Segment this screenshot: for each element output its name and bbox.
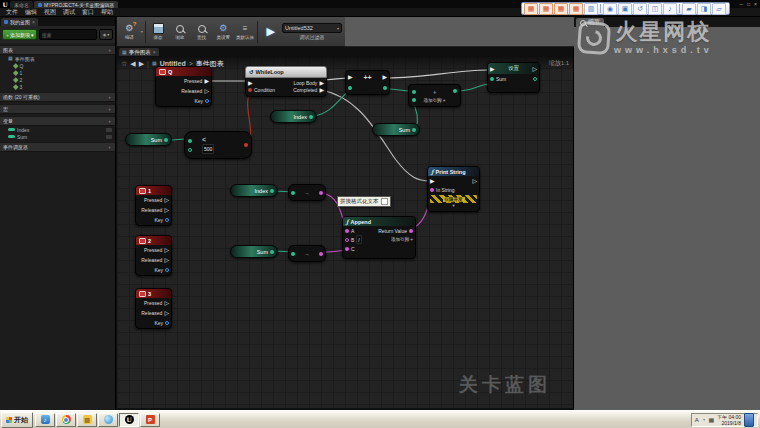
broadcast-tool-icon[interactable]: ▥ xyxy=(584,3,598,15)
taskbar-app-file-manager[interactable]: ▨ xyxy=(77,413,97,427)
tree-item-event-2[interactable]: 2 xyxy=(0,76,115,83)
projector-icon[interactable]: ▱ xyxy=(712,3,726,15)
node-key-event-3[interactable]: 3 Pressed▷ Released▷ Key xyxy=(135,288,172,329)
compile-button[interactable]: ⚙? 编译 xyxy=(119,23,140,40)
data-pin-out[interactable] xyxy=(319,252,323,256)
browse-button[interactable]: 浏览 xyxy=(169,23,190,40)
data-pin-out[interactable] xyxy=(319,191,323,195)
section-graphs[interactable]: 图表 ＋ xyxy=(0,45,115,55)
node-key-event-q[interactable]: Q Pressed▶ Released▷ Key xyxy=(155,66,212,107)
compass-icon[interactable]: ◉ xyxy=(603,3,617,15)
broadcast-tool-icon[interactable]: ▦ xyxy=(524,3,538,15)
broadcast-tool-icon[interactable]: ▦ xyxy=(554,3,568,15)
input-method-icon[interactable]: A xyxy=(695,417,699,423)
data-pin-in[interactable] xyxy=(345,247,349,251)
tray-icon[interactable]: ▦ xyxy=(708,417,714,423)
show-desktop-button[interactable] xyxy=(744,413,754,427)
tab-details[interactable]: 细节 xyxy=(576,18,604,27)
data-pin-in[interactable] xyxy=(188,148,192,152)
section-macros[interactable]: 宏 ＋ xyxy=(0,104,115,114)
taskbar-app-unreal[interactable]: U xyxy=(119,413,139,427)
monitor-swap-icon[interactable]: ◨ xyxy=(697,3,711,15)
exec-pin-out[interactable]: ▷ xyxy=(164,310,169,316)
tree-item-event-q[interactable]: Q xyxy=(0,62,115,69)
data-pin-in[interactable] xyxy=(348,86,352,90)
data-pin-in[interactable] xyxy=(188,139,192,143)
node-get-index[interactable]: Index xyxy=(230,184,278,197)
broadcast-tool-icon[interactable]: ▦ xyxy=(539,3,553,15)
value-field[interactable]: / xyxy=(356,235,361,244)
chevron-down-icon[interactable]: ▾ xyxy=(141,29,143,34)
data-pin-in[interactable] xyxy=(345,229,349,233)
data-pin-in[interactable] xyxy=(430,188,434,192)
node-get-sum[interactable]: Sum xyxy=(372,123,420,136)
value-field[interactable]: 500 xyxy=(202,144,214,154)
node-add[interactable]: ＋ 添加引脚 + xyxy=(408,84,461,107)
data-pin-out[interactable] xyxy=(164,138,168,142)
key-pin-out[interactable] xyxy=(205,99,209,103)
tree-item-event-3[interactable]: 3 xyxy=(0,83,115,90)
data-pin-in[interactable] xyxy=(490,77,494,81)
window-mode-icon[interactable]: ▣ xyxy=(618,3,632,15)
condition-pin-in[interactable] xyxy=(248,88,252,92)
key-pin-out[interactable] xyxy=(165,321,169,325)
node-increment[interactable]: ▶ ++ ▶ xyxy=(345,70,390,95)
menu-debug[interactable]: 调试 xyxy=(63,8,75,17)
broadcast-tool-icon[interactable]: ▦ xyxy=(569,3,583,15)
add-new-button[interactable]: ＋添加新项 ▾ xyxy=(2,29,37,40)
expand-node-icon[interactable]: ▼ xyxy=(428,204,479,208)
exec-pin-out[interactable]: ▶ xyxy=(319,87,324,93)
taskbar-app-chrome[interactable] xyxy=(56,413,76,427)
key-pin-out[interactable] xyxy=(165,268,169,272)
data-pin-out[interactable] xyxy=(533,77,537,81)
data-pin-out[interactable] xyxy=(270,250,274,254)
exec-pin-out[interactable]: ▶ xyxy=(382,74,387,80)
add-pin-button[interactable]: 添加引脚 + xyxy=(424,98,446,103)
add-macro-icon[interactable]: ＋ xyxy=(107,106,112,112)
node-while-loop[interactable]: ↺WhileLoop ▶ Condition Loop Body▶ Comple… xyxy=(245,66,327,97)
save-button[interactable]: 保存 xyxy=(148,23,169,40)
menu-edit[interactable]: 编辑 xyxy=(25,8,37,17)
add-graph-icon[interactable]: ＋ xyxy=(107,47,112,53)
data-pin-in[interactable] xyxy=(291,252,295,256)
start-button[interactable]: 开始 xyxy=(1,412,33,428)
exec-pin-in[interactable]: ▶ xyxy=(430,178,435,184)
eye-icon[interactable] xyxy=(106,128,112,132)
class-defaults-button[interactable]: ≡ 类默认值 xyxy=(235,23,256,40)
data-pin-out[interactable] xyxy=(270,189,274,193)
tree-item-eventgraph[interactable]: ▦ 事件图表 xyxy=(0,55,115,62)
restore-icon[interactable]: □ xyxy=(747,1,750,7)
tab-close-icon[interactable]: × xyxy=(32,19,35,25)
section-variables[interactable]: 变量 ＋ xyxy=(0,116,115,126)
search-input[interactable] xyxy=(39,29,97,40)
exec-pin-out[interactable]: ▷ xyxy=(164,197,169,203)
data-pin-in[interactable] xyxy=(291,191,295,195)
key-pin-out[interactable] xyxy=(165,218,169,222)
split-screen-icon[interactable]: ◫ xyxy=(648,3,662,15)
data-pin-in[interactable] xyxy=(345,238,349,242)
close-icon[interactable]: × xyxy=(754,1,757,7)
node-to-text-conversion[interactable]: → xyxy=(288,184,326,201)
tree-item-variable-index[interactable]: Index xyxy=(0,126,115,133)
class-settings-button[interactable]: ⚙ 类设置 xyxy=(213,23,234,40)
tree-item-event-1[interactable]: 1 xyxy=(0,69,115,76)
menu-window[interactable]: 窗口 xyxy=(82,8,94,17)
voice-broadcast-icon[interactable]: ♪ xyxy=(663,3,677,15)
taskbar-app-media-player[interactable]: ♪ xyxy=(35,413,55,427)
graph-canvas[interactable]: ☆ ◀ ▶ | ▦ Untitled > 事件图表 缩放1:1 xyxy=(117,56,573,408)
play-button[interactable]: ▶ xyxy=(260,26,281,37)
section-event-dispatchers[interactable]: 事件调度器 ＋ xyxy=(0,142,115,152)
exec-pin-out[interactable]: ▷ xyxy=(532,66,537,72)
data-pin-out[interactable] xyxy=(309,115,313,119)
node-set-sum[interactable]: ▶ 设置 ▷ Sum xyxy=(487,62,540,93)
clock[interactable]: 下午 04:00 2019/1/8 xyxy=(717,414,741,426)
menu-view[interactable]: 视图 xyxy=(44,8,56,17)
tab-my-blueprint[interactable]: 我的蓝图 × xyxy=(1,18,38,26)
tree-item-variable-sum[interactable]: Sum xyxy=(0,133,115,140)
menu-file[interactable]: 文件 xyxy=(6,8,18,17)
taskbar-app-powerpoint[interactable]: P xyxy=(140,413,160,427)
visibility-filter-button[interactable]: ◉ ▾ xyxy=(99,29,113,40)
find-button[interactable]: 查找 xyxy=(191,23,212,40)
exec-pin-out[interactable]: ▷ xyxy=(164,207,169,213)
bool-pin-out[interactable] xyxy=(244,143,248,147)
